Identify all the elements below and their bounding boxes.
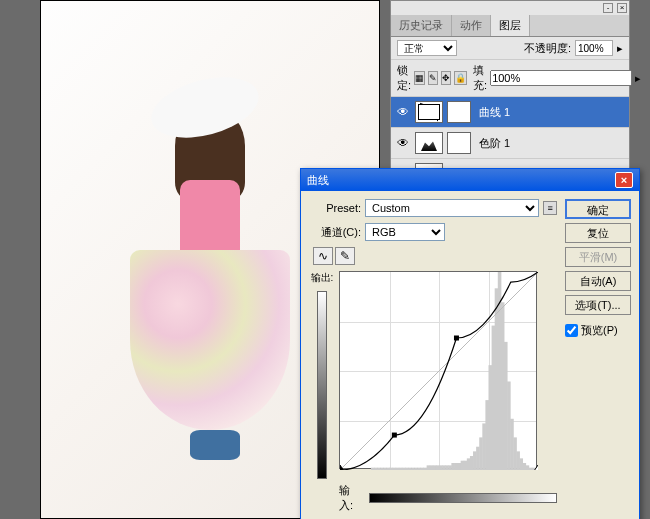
dialog-title: 曲线 xyxy=(307,173,329,188)
svg-rect-15 xyxy=(386,468,390,470)
lock-position-icon[interactable]: ✥ xyxy=(441,71,451,85)
svg-rect-42 xyxy=(470,456,474,470)
svg-rect-39 xyxy=(461,461,465,470)
preview-checkbox[interactable] xyxy=(565,324,578,337)
chevron-right-icon[interactable]: ▸ xyxy=(617,42,623,55)
auto-button[interactable]: 自动(A) xyxy=(565,271,631,291)
preview-check[interactable]: 预览(P) xyxy=(565,323,631,338)
output-gradient xyxy=(317,291,327,479)
svg-rect-65 xyxy=(392,433,397,438)
svg-rect-10 xyxy=(371,468,375,470)
ok-button[interactable]: 确定 xyxy=(565,199,631,219)
svg-rect-58 xyxy=(519,458,523,470)
svg-rect-50 xyxy=(495,288,499,470)
svg-rect-21 xyxy=(405,468,409,470)
svg-rect-40 xyxy=(464,461,468,470)
chevron-right-icon[interactable]: ▸ xyxy=(635,72,641,85)
svg-rect-41 xyxy=(467,458,471,470)
layer-name[interactable]: 色阶 1 xyxy=(475,136,625,151)
svg-rect-33 xyxy=(442,465,446,470)
svg-rect-61 xyxy=(529,468,533,470)
output-axis-label: 输出: xyxy=(311,271,334,285)
visibility-eye-icon[interactable]: 👁 xyxy=(395,105,411,119)
tab-history[interactable]: 历史记录 xyxy=(391,15,452,36)
curve-pencil-tool-icon[interactable]: ✎ xyxy=(335,247,355,265)
layer-row[interactable]: 👁曲线 1 xyxy=(391,97,629,128)
channel-label: 通道(C): xyxy=(309,225,361,240)
svg-rect-25 xyxy=(417,468,421,470)
input-gradient xyxy=(369,493,557,503)
svg-rect-60 xyxy=(526,465,530,470)
mask-thumb-icon xyxy=(447,101,471,123)
svg-marker-68 xyxy=(534,465,538,470)
svg-rect-38 xyxy=(458,463,462,470)
layer-row[interactable]: 👁色阶 1 xyxy=(391,128,629,159)
channel-select[interactable]: RGB xyxy=(365,223,445,241)
svg-rect-11 xyxy=(374,468,378,470)
input-axis-label: 输入: xyxy=(339,483,363,513)
svg-rect-14 xyxy=(383,468,387,470)
svg-rect-35 xyxy=(448,465,452,470)
svg-rect-36 xyxy=(451,463,455,470)
minimize-icon[interactable]: - xyxy=(603,3,613,13)
svg-rect-28 xyxy=(427,465,431,470)
curve-point-tool-icon[interactable]: ∿ xyxy=(313,247,333,265)
svg-rect-26 xyxy=(420,468,424,470)
adjustment-thumb-icon xyxy=(415,101,443,123)
tab-layers[interactable]: 图层 xyxy=(491,15,530,36)
close-icon[interactable]: × xyxy=(615,172,633,188)
svg-rect-43 xyxy=(473,451,477,470)
panel-window-controls: - × xyxy=(391,1,629,15)
svg-rect-45 xyxy=(479,437,483,470)
curves-graph[interactable] xyxy=(339,271,537,469)
dialog-buttons: 确定 复位 平滑(M) 自动(A) 选项(T)... 预览(P) xyxy=(565,199,631,519)
svg-rect-16 xyxy=(390,468,394,470)
svg-rect-24 xyxy=(414,468,418,470)
svg-rect-32 xyxy=(439,465,443,470)
curves-dialog: 曲线 × Preset: Custom ≡ 通道(C): RGB ∿ ✎ xyxy=(300,168,640,519)
model-figure xyxy=(120,40,300,480)
svg-rect-29 xyxy=(430,465,434,470)
svg-rect-57 xyxy=(516,451,520,470)
svg-rect-27 xyxy=(424,468,428,470)
input-axis-row: 输入: xyxy=(339,483,557,513)
mask-thumb-icon xyxy=(447,132,471,154)
fill-input[interactable] xyxy=(490,70,632,86)
opacity-input[interactable] xyxy=(575,40,613,56)
svg-rect-54 xyxy=(507,381,511,470)
layer-name[interactable]: 曲线 1 xyxy=(475,105,625,120)
lock-transparency-icon[interactable]: ▦ xyxy=(414,71,425,85)
svg-rect-22 xyxy=(408,468,412,470)
svg-rect-53 xyxy=(504,342,508,470)
options-button[interactable]: 选项(T)... xyxy=(565,295,631,315)
svg-rect-18 xyxy=(396,468,400,470)
tab-actions[interactable]: 动作 xyxy=(452,15,491,36)
svg-rect-66 xyxy=(454,336,459,341)
lock-pixels-icon[interactable]: ✎ xyxy=(428,71,438,85)
preset-menu-icon[interactable]: ≡ xyxy=(543,201,557,215)
svg-rect-20 xyxy=(402,468,406,470)
svg-rect-47 xyxy=(485,400,489,470)
blend-mode-select[interactable]: 正常 xyxy=(397,40,457,56)
svg-rect-56 xyxy=(513,437,517,470)
channel-row: 通道(C): RGB xyxy=(309,223,557,241)
lock-label: 锁定: xyxy=(397,63,411,93)
cancel-button[interactable]: 复位 xyxy=(565,223,631,243)
svg-rect-23 xyxy=(411,468,415,470)
preset-label: Preset: xyxy=(309,202,361,214)
close-icon[interactable]: × xyxy=(617,3,627,13)
svg-rect-12 xyxy=(377,468,381,470)
svg-rect-48 xyxy=(489,365,493,470)
svg-rect-37 xyxy=(454,463,458,470)
svg-rect-30 xyxy=(433,465,437,470)
graph-area: 输出: xyxy=(309,271,557,479)
svg-rect-46 xyxy=(482,423,486,470)
dialog-titlebar[interactable]: 曲线 × xyxy=(301,169,639,191)
svg-rect-34 xyxy=(445,465,449,470)
svg-rect-31 xyxy=(436,465,440,470)
preset-select[interactable]: Custom xyxy=(365,199,539,217)
visibility-eye-icon[interactable]: 👁 xyxy=(395,136,411,150)
lock-all-icon[interactable]: 🔒 xyxy=(454,71,467,85)
svg-rect-17 xyxy=(393,468,397,470)
smooth-button[interactable]: 平滑(M) xyxy=(565,247,631,267)
